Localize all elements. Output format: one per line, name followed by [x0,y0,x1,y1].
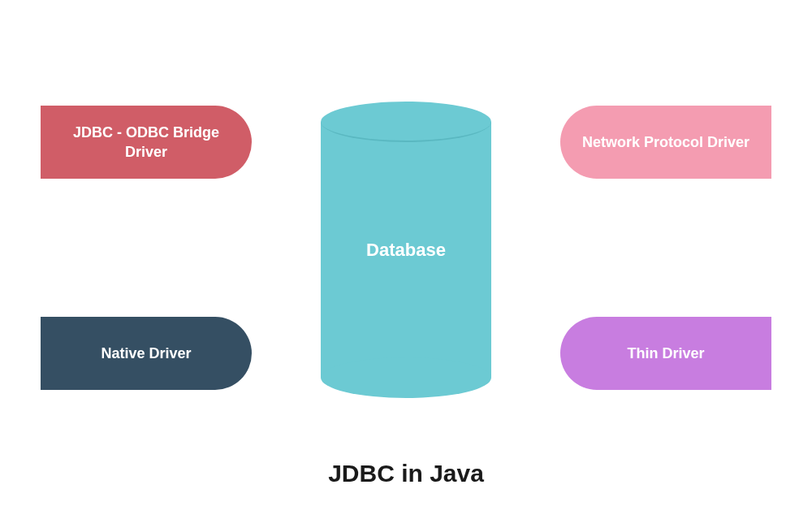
cylinder-top [321,102,491,142]
cylinder-bottom [321,357,491,398]
database-cylinder-icon: Database [321,102,491,398]
driver-box-thin: Thin Driver [560,317,771,390]
driver-box-jdbc-odbc: JDBC - ODBC Bridge Driver [41,106,252,179]
driver-box-network-protocol: Network Protocol Driver [560,106,771,179]
driver-box-native: Native Driver [41,317,252,390]
driver-label: JDBC - ODBC Bridge Driver [57,123,235,162]
driver-label: Network Protocol Driver [582,132,749,152]
diagram-title: JDBC in Java [328,460,484,487]
driver-label: Native Driver [101,344,191,363]
database-label: Database [366,240,446,261]
driver-label: Thin Driver [627,344,704,363]
jdbc-diagram: JDBC - ODBC Bridge Driver Native Driver … [0,0,812,528]
